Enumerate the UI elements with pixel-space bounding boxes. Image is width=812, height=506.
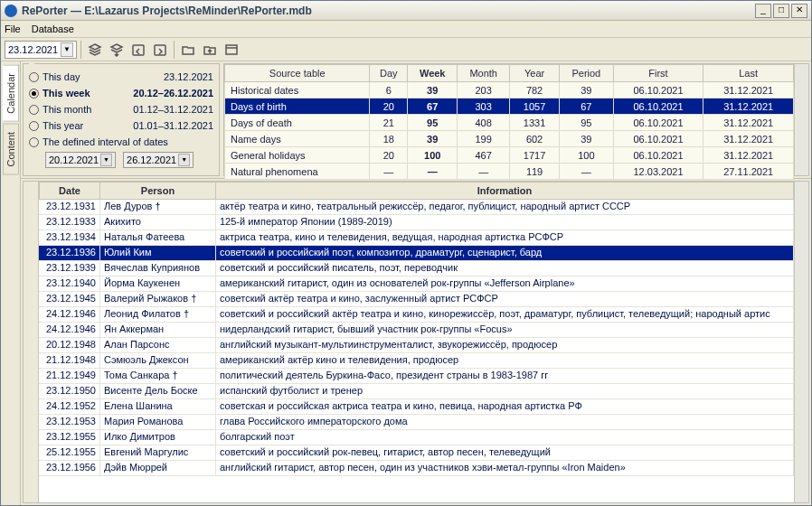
grid-scrollbar[interactable] xyxy=(794,182,808,502)
table-row[interactable]: 23.12.1956Дэйв Мюррейанглийский гитарист… xyxy=(39,461,794,476)
row-indicator-gutter xyxy=(24,182,39,502)
svg-rect-2 xyxy=(226,45,237,54)
date-from[interactable]: 20.12.2021▼ xyxy=(45,152,116,168)
minimize-button[interactable]: _ xyxy=(755,4,771,18)
table-row[interactable]: 23.12.1939Вячеслав Куприяновсоветский и … xyxy=(39,261,794,276)
radio-this-year[interactable]: This year01.01–31.12.2021 xyxy=(29,117,213,134)
chevron-down-icon[interactable]: ▼ xyxy=(61,42,73,57)
tab-content[interactable]: Content xyxy=(3,124,19,175)
table-row[interactable]: 24.12.1952Елена Шанинасоветская и россий… xyxy=(39,399,794,415)
window-icon[interactable] xyxy=(222,40,241,60)
col-person[interactable]: Person xyxy=(100,182,216,200)
nav-prev-icon[interactable] xyxy=(128,40,148,60)
table-row[interactable]: 23.12.1953Мария Романоваглава Российског… xyxy=(39,415,794,430)
col-period[interactable]: Period xyxy=(559,65,613,82)
summary-row[interactable]: Days of birth206730310576706.10.202131.1… xyxy=(225,98,794,115)
data-grid[interactable]: Date Person Information 23.12.1931Лев Ду… xyxy=(23,181,809,503)
col-date[interactable]: Date xyxy=(39,182,100,200)
table-row[interactable]: 23.12.1931Лев Дуров †актёр театра и кино… xyxy=(39,200,794,215)
table-row[interactable]: 23.12.1945Валерий Рыжаков †советский акт… xyxy=(39,292,794,307)
date-to[interactable]: 26.12.2021▼ xyxy=(123,152,194,168)
menubar: File Database xyxy=(1,21,811,38)
col-month[interactable]: Month xyxy=(458,65,510,82)
range-selector: This day23.12.2021 This week20.12–26.12.… xyxy=(23,63,220,176)
layers-icon[interactable] xyxy=(85,40,105,60)
summary-row[interactable]: Historical dates6392037823906.10.202131.… xyxy=(225,82,794,98)
table-row[interactable]: 23.12.1950Висенте Дель Боскеиспанский фу… xyxy=(39,384,794,399)
col-year[interactable]: Year xyxy=(510,65,560,82)
folder-up-icon[interactable] xyxy=(200,40,220,60)
radio-defined[interactable]: The defined interval of dates xyxy=(29,134,213,150)
date-combo[interactable]: 23.12.2021▼ xyxy=(5,41,77,59)
summary-row[interactable]: Days of death219540813319506.10.202131.1… xyxy=(225,115,794,131)
table-row[interactable]: 24.12.1946Ян Аккерманнидерландский гитар… xyxy=(39,323,794,338)
menu-file[interactable]: File xyxy=(5,23,21,34)
menu-database[interactable]: Database xyxy=(32,23,74,34)
radio-this-week[interactable]: This week20.12–26.12.2021 xyxy=(29,85,213,101)
table-row[interactable]: 23.12.1955Илко Димитровболгарский поэт xyxy=(39,430,794,445)
table-row[interactable]: 23.12.1936Юлий Кимсоветский и российский… xyxy=(39,246,794,261)
layers-down-icon[interactable] xyxy=(107,40,127,60)
col-week[interactable]: Week xyxy=(408,65,458,82)
table-row[interactable]: 25.12.1955Евгений Маргулиссоветский и ро… xyxy=(39,445,794,461)
folder-open-icon[interactable] xyxy=(178,40,198,60)
table-row[interactable]: 21.12.1948Сэмюэль Джексонамериканский ак… xyxy=(39,353,794,369)
summary-table[interactable]: Source table Day Week Month Year Period … xyxy=(223,63,809,176)
summary-scrollbar[interactable] xyxy=(794,64,808,175)
toolbar: 23.12.2021▼ xyxy=(1,38,811,61)
maximize-button[interactable]: □ xyxy=(773,4,789,18)
nav-next-icon[interactable] xyxy=(150,40,170,60)
table-row[interactable]: 20.12.1948Алан Парсонсанглийский музыкан… xyxy=(39,338,794,353)
col-source[interactable]: Source table xyxy=(225,65,370,82)
table-row[interactable]: 23.12.1934Наталья Фатееваактриса театра,… xyxy=(39,230,794,246)
col-last[interactable]: Last xyxy=(703,65,794,82)
titlebar[interactable]: RePorter — E:\Lazarus Projects\ReMinder\… xyxy=(1,1,811,21)
table-row[interactable]: 24.12.1946Леонид Филатов †советский и ро… xyxy=(39,307,794,323)
col-information[interactable]: Information xyxy=(216,182,794,200)
radio-this-month[interactable]: This month01.12–31.12.2021 xyxy=(29,101,213,117)
table-row[interactable]: 23.12.1933Акихито125-й император Японии … xyxy=(39,215,794,230)
col-first[interactable]: First xyxy=(613,65,703,82)
radio-this-day[interactable]: This day23.12.2021 xyxy=(29,69,213,85)
table-row[interactable]: 23.12.1940Йорма Каукененамериканский гит… xyxy=(39,276,794,292)
table-row[interactable]: 21.12.1949Тома Санкара †политический дея… xyxy=(39,369,794,384)
summary-row[interactable]: Name days18391996023906.10.202131.12.202… xyxy=(225,131,794,147)
summary-row[interactable]: General holidays20100467171710006.10.202… xyxy=(225,147,794,164)
close-button[interactable]: ✕ xyxy=(791,4,807,18)
app-window: RePorter — E:\Lazarus Projects\ReMinder\… xyxy=(0,0,812,506)
tab-calendar[interactable]: Calendar xyxy=(3,65,19,122)
summary-row[interactable]: Natural phenomena———119—12.03.202127.11.… xyxy=(225,164,794,180)
app-icon xyxy=(5,5,17,17)
side-tabs: Calendar Content xyxy=(1,61,21,505)
col-day[interactable]: Day xyxy=(370,65,408,82)
window-title: RePorter — E:\Lazarus Projects\ReMinder\… xyxy=(22,5,312,17)
